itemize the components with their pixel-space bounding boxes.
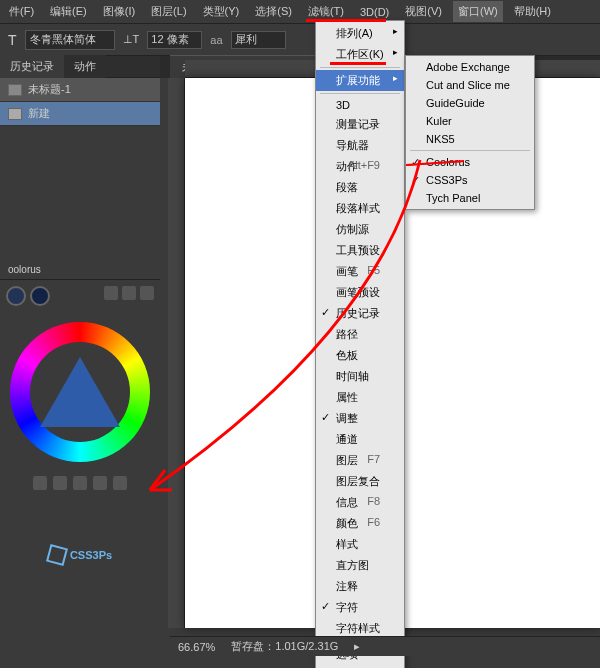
- text-tool-icon: T: [8, 32, 17, 48]
- tool-icon[interactable]: [73, 476, 87, 490]
- menu-item[interactable]: 字符: [316, 597, 404, 618]
- menu-item[interactable]: 信息F8: [316, 492, 404, 513]
- font-size-select[interactable]: 12 像素: [147, 31, 202, 49]
- menu-item[interactable]: 扩展功能: [316, 70, 404, 91]
- menu-separator: [410, 150, 530, 151]
- chevron-right-icon[interactable]: ▸: [354, 640, 360, 653]
- zoom-level[interactable]: 66.67%: [178, 641, 215, 653]
- menu-item[interactable]: GuideGuide: [406, 94, 534, 112]
- menu-item[interactable]: 段落: [316, 177, 404, 198]
- tool-icon[interactable]: [53, 476, 67, 490]
- menubar: 件(F) 编辑(E) 图像(I) 图层(L) 类型(Y) 选择(S) 滤镜(T)…: [0, 0, 600, 24]
- menu-item[interactable]: Cut and Slice me: [406, 76, 534, 94]
- menu-help[interactable]: 帮助(H): [509, 1, 556, 22]
- shortcut-label: F8: [367, 495, 380, 507]
- ruler-vertical: [168, 78, 185, 628]
- extensions-submenu: Adobe ExchangeCut and Slice meGuideGuide…: [405, 55, 535, 210]
- hue-ring[interactable]: [10, 322, 150, 462]
- history-list: 未标题-1 新建: [0, 78, 160, 126]
- status-size: 暂存盘：1.01G/2.31G: [231, 639, 338, 654]
- menu-item[interactable]: 时间轴: [316, 366, 404, 387]
- status-bar: 66.67% 暂存盘：1.01G/2.31G ▸: [170, 636, 600, 656]
- shortcut-label: F6: [367, 516, 380, 528]
- menu-item[interactable]: 图层F7: [316, 450, 404, 471]
- menu-item[interactable]: CSS3Ps: [406, 171, 534, 189]
- document-icon: [8, 84, 22, 96]
- css3ps-logo-text: CSS3Ps: [70, 549, 112, 561]
- menu-item[interactable]: 属性: [316, 387, 404, 408]
- menu-item[interactable]: Adobe Exchange: [406, 58, 534, 76]
- tab-history[interactable]: 历史记录: [0, 55, 64, 78]
- menu-file[interactable]: 件(F): [4, 1, 39, 22]
- menu-item[interactable]: 动作Alt+F9: [316, 156, 404, 177]
- menu-item[interactable]: 图层复合: [316, 471, 404, 492]
- tool-icon[interactable]: [113, 476, 127, 490]
- new-icon: [8, 108, 22, 120]
- tool-icon[interactable]: [122, 286, 136, 300]
- history-item-label: 未标题-1: [28, 82, 71, 97]
- menu-type[interactable]: 类型(Y): [198, 1, 245, 22]
- menu-item[interactable]: 3D: [316, 96, 404, 114]
- menu-item[interactable]: 段落样式: [316, 198, 404, 219]
- menu-item[interactable]: 测量记录: [316, 114, 404, 135]
- history-item-label: 新建: [28, 106, 50, 121]
- swatch[interactable]: [6, 286, 26, 306]
- menu-item[interactable]: 通道: [316, 429, 404, 450]
- menu-separator: [320, 93, 400, 94]
- color-wheel[interactable]: [0, 312, 160, 472]
- sat-value-triangle[interactable]: [40, 357, 120, 427]
- aa-label: aa: [210, 34, 222, 46]
- menu-layer[interactable]: 图层(L): [146, 1, 191, 22]
- menu-image[interactable]: 图像(I): [98, 1, 140, 22]
- menu-item[interactable]: 画笔预设: [316, 282, 404, 303]
- coolorus-panel: oolorus iuideGuide CSS3Ps: [0, 260, 160, 520]
- menu-item[interactable]: 颜色F6: [316, 513, 404, 534]
- antialiasing-select[interactable]: 犀利: [231, 31, 286, 49]
- hue-inner: [30, 342, 130, 442]
- window-menu: 排列(A)工作区(K)扩展功能3D测量记录导航器动作Alt+F9段落段落样式仿制…: [315, 20, 405, 668]
- tool-icon[interactable]: [93, 476, 107, 490]
- menu-view[interactable]: 视图(V): [400, 1, 447, 22]
- panel-tabs: 历史记录 动作: [0, 56, 160, 78]
- tab-actions[interactable]: 动作: [64, 55, 106, 78]
- css3ps-logo[interactable]: CSS3Ps: [48, 546, 112, 564]
- shortcut-label: F7: [367, 453, 380, 465]
- menu-3d[interactable]: 3D(D): [355, 3, 394, 21]
- font-family-select[interactable]: 冬青黑体简体: [25, 30, 115, 50]
- tool-icon[interactable]: [33, 476, 47, 490]
- history-panel: 历史记录 动作 未标题-1 新建: [0, 56, 160, 126]
- menu-edit[interactable]: 编辑(E): [45, 1, 92, 22]
- history-item[interactable]: 新建: [0, 102, 160, 126]
- menu-separator: [320, 67, 400, 68]
- options-bar: T 冬青黑体简体 ⊥T 12 像素 aa 犀利: [0, 24, 600, 56]
- menu-item[interactable]: 历史记录: [316, 303, 404, 324]
- menu-select[interactable]: 选择(S): [250, 1, 297, 22]
- menu-item[interactable]: 仿制源: [316, 219, 404, 240]
- menu-item[interactable]: 路径: [316, 324, 404, 345]
- menu-item[interactable]: 排列(A): [316, 23, 404, 44]
- shortcut-label: F5: [367, 264, 380, 276]
- menu-item[interactable]: 调整: [316, 408, 404, 429]
- menu-item[interactable]: 样式: [316, 534, 404, 555]
- menu-item[interactable]: 工作区(K): [316, 44, 404, 65]
- tool-icon[interactable]: [104, 286, 118, 300]
- menu-item[interactable]: 直方图: [316, 555, 404, 576]
- menu-item[interactable]: NKS5: [406, 130, 534, 148]
- menu-filter[interactable]: 滤镜(T): [303, 1, 349, 22]
- menu-item[interactable]: 工具预设: [316, 240, 404, 261]
- cube-icon: [46, 544, 68, 566]
- coolorus-tab[interactable]: oolorus: [0, 260, 160, 280]
- menu-item[interactable]: Tych Panel: [406, 189, 534, 207]
- menu-item[interactable]: Kuler: [406, 112, 534, 130]
- menu-item[interactable]: 注释: [316, 576, 404, 597]
- css3ps-panel: CSS3Ps: [0, 490, 160, 620]
- history-item[interactable]: 未标题-1: [0, 78, 160, 102]
- text-orient-icon[interactable]: ⊥T: [123, 33, 140, 46]
- swatch[interactable]: [30, 286, 50, 306]
- menu-item[interactable]: 色板: [316, 345, 404, 366]
- menu-item[interactable]: Coolorus: [406, 153, 534, 171]
- menu-item[interactable]: 画笔F5: [316, 261, 404, 282]
- menu-item[interactable]: 导航器: [316, 135, 404, 156]
- tool-icon[interactable]: [140, 286, 154, 300]
- menu-window[interactable]: 窗口(W): [453, 1, 503, 22]
